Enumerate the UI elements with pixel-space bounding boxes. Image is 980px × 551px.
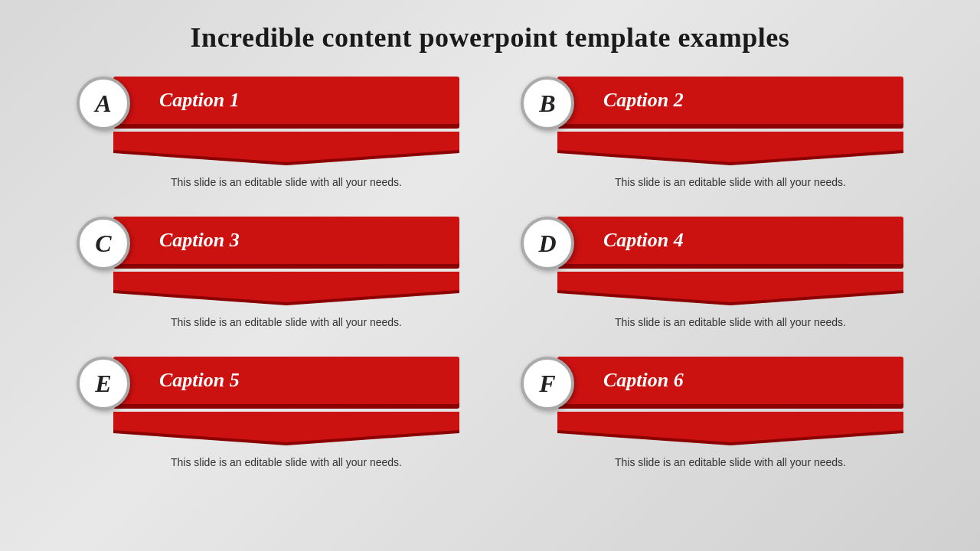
banner-a: Caption 1 bbox=[113, 77, 459, 124]
circle-letter-e: E bbox=[95, 370, 111, 398]
card-header-f: Caption 6 F bbox=[521, 357, 903, 412]
caption-title-b: Caption 2 bbox=[603, 89, 684, 112]
card-body-a: This slide is an editable slide with all… bbox=[113, 170, 459, 195]
circle-letter-a: A bbox=[95, 90, 111, 118]
caption-title-d: Caption 4 bbox=[603, 229, 684, 252]
circle-badge-c: C bbox=[77, 217, 130, 270]
chevron-main-2 bbox=[113, 272, 459, 302]
caption-title-f: Caption 6 bbox=[603, 369, 684, 392]
card-e: Caption 5 E This slide is an editable sl… bbox=[77, 357, 459, 475]
card-a: Caption 1 A This slide is an editable sl… bbox=[77, 77, 459, 195]
page-title: Incredible content powerpoint template e… bbox=[191, 21, 790, 54]
card-header-b: Caption 2 B bbox=[521, 77, 903, 132]
chevron-main-3 bbox=[557, 272, 903, 302]
card-header-d: Caption 4 D bbox=[521, 217, 903, 272]
chevron-main-5 bbox=[557, 412, 903, 442]
card-f: Caption 6 F This slide is an editable sl… bbox=[521, 357, 903, 475]
card-c: Caption 3 C This slide is an editable sl… bbox=[77, 217, 459, 335]
card-body-c: This slide is an editable slide with all… bbox=[113, 310, 459, 335]
banner-b: Caption 2 bbox=[557, 77, 903, 124]
chevron-f bbox=[557, 412, 903, 445]
caption-title-a: Caption 1 bbox=[159, 89, 240, 112]
circle-letter-d: D bbox=[538, 230, 556, 258]
chevron-main-1 bbox=[557, 132, 903, 162]
banner-c: Caption 3 bbox=[113, 217, 459, 264]
card-d: Caption 4 D This slide is an editable sl… bbox=[521, 217, 903, 335]
caption-title-c: Caption 3 bbox=[159, 229, 240, 252]
banner-d: Caption 4 bbox=[557, 217, 903, 264]
caption-title-e: Caption 5 bbox=[159, 369, 240, 392]
chevron-d bbox=[557, 272, 903, 305]
card-body-d: This slide is an editable slide with all… bbox=[557, 310, 903, 335]
chevron-main-4 bbox=[113, 412, 459, 442]
card-header-a: Caption 1 A bbox=[77, 77, 459, 132]
chevron-e bbox=[113, 412, 459, 445]
circle-badge-e: E bbox=[77, 357, 130, 410]
caption-body-f: This slide is an editable slide with all… bbox=[567, 455, 894, 471]
circle-letter-c: C bbox=[95, 230, 111, 258]
card-grid: Caption 1 A This slide is an editable sl… bbox=[0, 77, 980, 475]
caption-body-d: This slide is an editable slide with all… bbox=[567, 315, 894, 331]
card-header-e: Caption 5 E bbox=[77, 357, 459, 412]
banner-f: Caption 6 bbox=[557, 357, 903, 404]
card-header-c: Caption 3 C bbox=[77, 217, 459, 272]
circle-badge-b: B bbox=[521, 77, 574, 130]
card-body-f: This slide is an editable slide with all… bbox=[557, 450, 903, 475]
caption-body-c: This slide is an editable slide with all… bbox=[122, 315, 450, 331]
chevron-a bbox=[113, 132, 459, 165]
circle-letter-b: B bbox=[539, 90, 555, 118]
card-body-b: This slide is an editable slide with all… bbox=[557, 170, 903, 195]
banner-e: Caption 5 bbox=[113, 357, 459, 404]
caption-body-a: This slide is an editable slide with all… bbox=[122, 174, 450, 191]
caption-body-e: This slide is an editable slide with all… bbox=[122, 455, 450, 471]
circle-letter-f: F bbox=[539, 370, 555, 398]
chevron-main-0 bbox=[113, 132, 459, 162]
circle-badge-a: A bbox=[77, 77, 130, 130]
card-body-e: This slide is an editable slide with all… bbox=[113, 450, 459, 475]
card-b: Caption 2 B This slide is an editable sl… bbox=[521, 77, 903, 195]
circle-badge-d: D bbox=[521, 217, 574, 270]
circle-badge-f: F bbox=[521, 357, 574, 410]
caption-body-b: This slide is an editable slide with all… bbox=[567, 174, 894, 191]
chevron-b bbox=[557, 132, 903, 165]
chevron-c bbox=[113, 272, 459, 305]
